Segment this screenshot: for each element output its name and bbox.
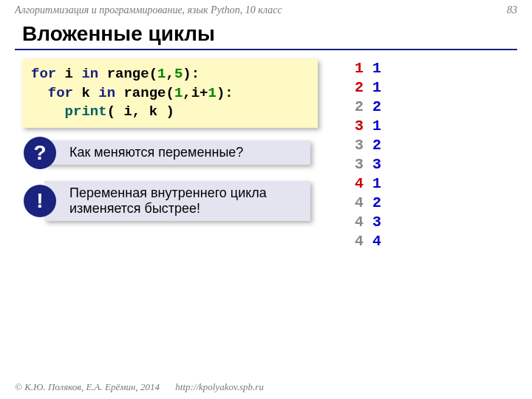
output-row: 1 1	[355, 59, 381, 78]
output-row: 4 4	[355, 232, 381, 251]
code-line-2: for k in range(1,i+1):	[31, 84, 309, 103]
question-icon: ?	[24, 137, 56, 169]
output-row: 4 3	[355, 213, 381, 232]
title-rule	[15, 49, 517, 50]
page-number: 83	[507, 4, 517, 16]
output-block: 1 12 12 23 13 23 34 14 24 34 4	[355, 59, 381, 251]
exclaim-text: Переменная внутреннего цикла изменяется …	[69, 185, 267, 216]
output-row: 3 2	[355, 136, 381, 155]
course-name: Алгоритмизация и программирование, язык …	[15, 4, 282, 16]
output-row: 3 1	[355, 117, 381, 136]
output-row: 4 2	[355, 194, 381, 213]
slide: Алгоритмизация и программирование, язык …	[0, 0, 532, 399]
copyright: © К.Ю. Поляков, Е.А. Ерёмин, 2014	[15, 381, 160, 392]
page-title: Вложенные циклы	[22, 22, 215, 46]
code-line-1: for i in range(1,5):	[31, 65, 309, 84]
footer: © К.Ю. Поляков, Е.А. Ерёмин, 2014 http:/…	[15, 381, 264, 393]
footer-url: http://kpolyakov.spb.ru	[175, 381, 264, 392]
exclaim-callout: ! Переменная внутреннего цикла изменяетс…	[44, 181, 310, 221]
output-row: 3 3	[355, 155, 381, 174]
header: Алгоритмизация и программирование, язык …	[15, 4, 517, 16]
question-text: Как меняются переменные?	[69, 145, 243, 160]
output-row: 2 1	[355, 78, 381, 98]
code-block: for i in range(1,5): for k in range(1,i+…	[22, 59, 318, 128]
output-row: 4 1	[355, 174, 381, 194]
exclaim-icon: !	[24, 185, 56, 217]
output-row: 2 2	[355, 98, 381, 117]
code-line-3: print( i, k )	[31, 103, 309, 122]
question-callout: ? Как меняются переменные?	[44, 140, 310, 165]
